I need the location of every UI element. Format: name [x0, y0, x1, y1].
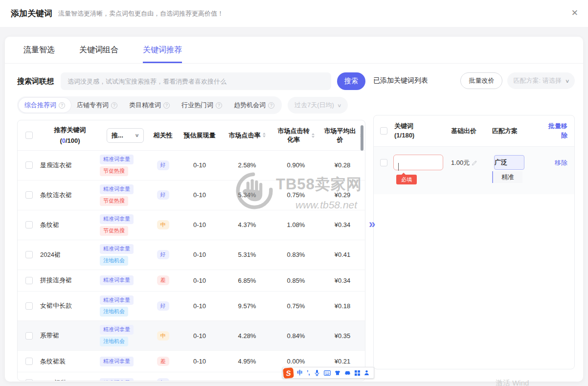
row-checkbox[interactable]: [25, 302, 33, 310]
keyword-cell: 条纹连衣裙: [40, 191, 100, 200]
impressions-cell: 0-10: [177, 379, 222, 381]
select-all-checkbox[interactable]: [25, 132, 33, 139]
filter-chip-1[interactable]: 综合推荐词?: [19, 98, 71, 113]
row-checkbox[interactable]: [380, 159, 387, 166]
chevron-down-icon: ∨: [337, 103, 342, 108]
impressions-cell: 0-10: [177, 251, 222, 258]
filter-chip-label: 综合推荐词: [24, 101, 56, 110]
sort-icon[interactable]: [263, 133, 266, 137]
filter-chip-5[interactable]: 趋势机会词?: [228, 98, 280, 113]
match-plan-dropdown-label: 匹配方案: 请选择: [513, 76, 561, 85]
sogou-logo-icon[interactable]: S: [283, 367, 294, 379]
search-label: 搜索词联想: [17, 77, 54, 86]
ctr-cell: 5.34%: [222, 191, 272, 199]
page-subtitle: 流量智选更清晰，卖点词包更自由，自选词推荐更高价值！: [58, 9, 224, 18]
filter-chip-3[interactable]: 类目精准词?: [123, 98, 176, 113]
keyword-tag: 节促热搜: [100, 196, 128, 206]
impressions-cell: 0-10: [177, 161, 222, 169]
edit-price-icon[interactable]: [471, 160, 477, 166]
ctr-cell: 4.28%: [222, 332, 272, 340]
column-header-ctr[interactable]: 市场点击率: [222, 131, 272, 140]
filter-chip-2[interactable]: 店铺专有词?: [71, 98, 123, 113]
keyword-tag: 精准词拿量: [100, 184, 134, 194]
row-checkbox[interactable]: [25, 191, 33, 199]
column-header-tagfilter: 推... ∨: [100, 128, 149, 143]
bid-cell: ¥0.29: [320, 191, 365, 199]
base-bid-value: 1.00元: [451, 159, 470, 167]
keyword-cell: 条纹裙装: [40, 357, 100, 366]
grid-icon[interactable]: [355, 370, 360, 376]
tab-traffic-smart[interactable]: 流量智选: [23, 37, 55, 63]
added-list-title: 已添加关键词列表: [373, 76, 428, 85]
keyword-input[interactable]: [393, 155, 443, 170]
keyword-count: (1/180): [394, 131, 414, 140]
bid-cell: ¥0.34: [320, 221, 365, 228]
search-button[interactable]: 搜索: [337, 72, 365, 90]
table-row: 系带裙精准词拿量洼地机会中0-104.28%0.84%¥0.35: [18, 321, 365, 351]
match-option-unselected[interactable]: 精准: [492, 171, 522, 183]
tag-filter-select[interactable]: 推... ∨: [107, 128, 144, 143]
bid-cell: ¥0.28: [320, 161, 365, 169]
cvr-cell: 0.83%: [272, 251, 320, 258]
date-range-dropdown[interactable]: 过去7天(日均) ∨: [288, 97, 348, 114]
added-keywords-section: 已添加关键词列表 批量改价 匹配方案: 请选择 ∨ 关键词 (1/180) 基础…: [373, 72, 575, 381]
row-checkbox[interactable]: [25, 221, 33, 228]
keyword-cell: 显瘦连衣裙: [40, 161, 100, 170]
keyword-tag: 精准词拿量: [100, 378, 134, 381]
mic-icon[interactable]: [314, 369, 320, 376]
column-header-impressions: 预估展现量: [177, 131, 222, 140]
batch-price-button[interactable]: 批量改价: [460, 72, 502, 89]
sort-icon[interactable]: [312, 133, 315, 138]
help-icon: ?: [163, 102, 170, 109]
match-plan-dropdown[interactable]: 匹配方案: 请选择 ∨: [507, 72, 575, 89]
base-bid-cell: 1.00元: [451, 159, 492, 167]
collapse-panel-icon[interactable]: »: [369, 218, 375, 230]
row-checkbox[interactable]: [25, 379, 33, 381]
scrollbar-thumb[interactable]: [361, 125, 363, 151]
keyword-tag: 精准词拿量: [100, 275, 134, 285]
tab-keyword-combo[interactable]: 关键词组合: [79, 37, 118, 63]
search-input[interactable]: [61, 72, 331, 90]
column-header-cvr[interactable]: 市场点击转化率: [272, 127, 320, 144]
keyword-cell: 女裙中长款: [40, 301, 100, 310]
tab-keyword-recommend[interactable]: 关键词推荐: [143, 37, 182, 63]
tag-list: 精准词拿量洼地机会: [100, 325, 149, 346]
bid-cell: ¥0.34: [320, 277, 365, 284]
row-checkbox[interactable]: [25, 251, 33, 258]
relevance-badge: 中: [157, 331, 169, 341]
match-option-selected[interactable]: 广泛: [494, 155, 524, 170]
row-checkbox[interactable]: [25, 332, 33, 340]
column-header-relevance: 相关性: [149, 131, 177, 140]
row-checkbox[interactable]: [25, 161, 33, 169]
recommend-section: 搜索词联想 搜索 综合推荐词?店铺专有词?类目精准词?行业热门词?趋势机会词? …: [17, 72, 365, 381]
cvr-cell: 0.90%: [272, 161, 320, 169]
added-keyword-row: 必填 1.00元 广泛精准 移除: [374, 147, 574, 194]
remove-link[interactable]: 移除: [555, 159, 567, 167]
robot-icon[interactable]: [364, 370, 369, 376]
filter-chip-group: 综合推荐词?店铺专有词?类目精准词?行业热门词?趋势机会词?: [17, 96, 282, 114]
close-icon[interactable]: ✕: [571, 8, 578, 18]
dialog-header: 添加关键词 流量智选更清晰，卖点词包更自由，自选词推荐更高价值！ ✕: [0, 0, 588, 27]
row-checkbox[interactable]: [25, 277, 33, 284]
activate-watermark: 激活 Wind: [496, 379, 529, 386]
ctr-cell: 5.31%: [222, 251, 272, 258]
keyword-tag: 精准词拿量: [100, 325, 134, 335]
row-checkbox[interactable]: [25, 358, 33, 365]
ime-mode-label[interactable]: ’,: [307, 370, 310, 376]
column-header-keyword: 关键词 (1/180): [393, 122, 451, 139]
table-header-row: 推荐关键词 (0/100) 推... ∨ 相关性 预估展现量 市场点击率: [18, 120, 365, 151]
column-header-bid[interactable]: 市场平均出价: [320, 127, 365, 144]
keyword-count: (0/100): [60, 136, 80, 145]
shirt-icon[interactable]: [335, 370, 340, 376]
batch-remove-link[interactable]: 批量移除: [547, 122, 567, 140]
select-all-checkbox[interactable]: [380, 127, 387, 135]
added-table-header-row: 关键词 (1/180) 基础出价 匹配方案 批量移除: [374, 115, 574, 147]
filter-chip-4[interactable]: 行业热门词?: [176, 98, 228, 113]
table-row: 显瘦连衣裙精准词拿量节促热搜好0-102.58%0.90%¥0.28: [18, 151, 365, 181]
keyboard-icon[interactable]: [324, 370, 331, 376]
ime-toolbar[interactable]: S 中’,: [282, 367, 374, 379]
filter-chip-label: 店铺专有词: [77, 101, 109, 110]
car-icon[interactable]: [344, 370, 351, 375]
ime-mode-label[interactable]: 中: [297, 370, 303, 376]
chevron-down-icon: ∨: [565, 78, 570, 84]
